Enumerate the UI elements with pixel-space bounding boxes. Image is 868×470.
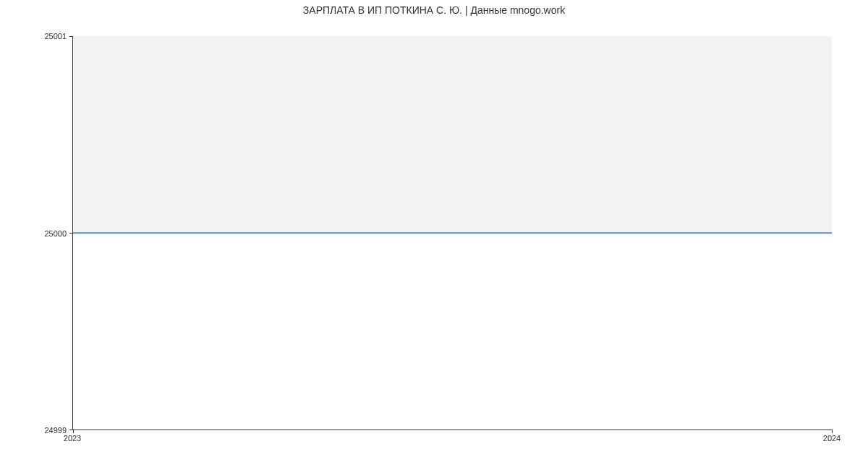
plot-area (72, 36, 832, 430)
y-axis-label: 25000 (44, 229, 67, 238)
x-tick (832, 430, 833, 433)
y-axis-label: 25001 (44, 32, 67, 40)
x-tick (73, 430, 74, 433)
data-line (73, 232, 832, 234)
plot-background-band (73, 36, 832, 233)
y-tick (69, 233, 73, 234)
x-axis-label: 2023 (64, 434, 81, 443)
chart-title: ЗАРПЛАТА В ИП ПОТКИНА С. Ю. | Данные mno… (0, 4, 868, 16)
x-axis-label: 2024 (823, 434, 841, 443)
y-tick (69, 36, 73, 37)
